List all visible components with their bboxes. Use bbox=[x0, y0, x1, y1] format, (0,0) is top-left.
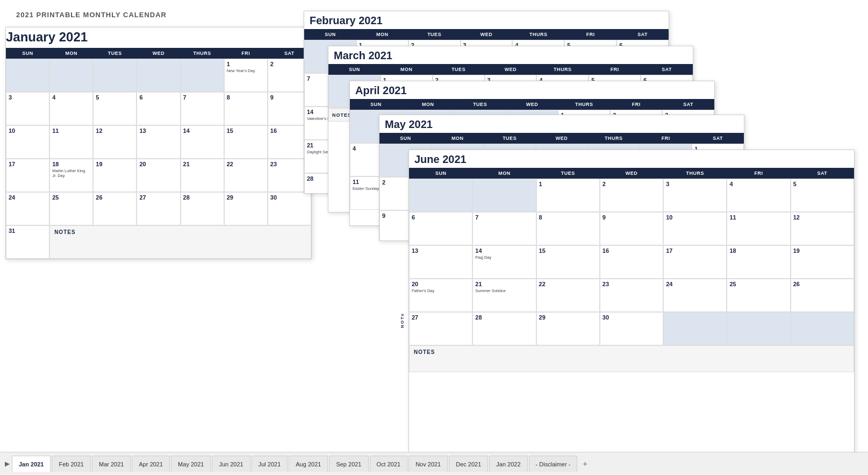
jan-cell-empty2 bbox=[49, 59, 93, 92]
jun-cell-13: 13 bbox=[409, 245, 472, 279]
jun-cell-5: 5 bbox=[791, 179, 854, 212]
jan-header-thurs: THURS bbox=[181, 48, 224, 59]
jan-cell-20: 20 bbox=[137, 159, 180, 192]
tab-disclaimer[interactable]: - Disclaimer - bbox=[529, 456, 578, 472]
jun-cell-10: 10 bbox=[663, 212, 727, 245]
jun-cell-29: 29 bbox=[536, 312, 600, 345]
jun-body: 1 2 3 4 5 6 7 8 9 10 11 12 13 14 Flag Da… bbox=[409, 179, 854, 372]
jun-cell-26: 26 bbox=[791, 279, 854, 312]
jan-header-fri: FRI bbox=[224, 48, 268, 59]
tab-may-2021[interactable]: May 2021 bbox=[171, 456, 211, 472]
tab-mar-2021[interactable]: Mar 2021 bbox=[92, 456, 131, 472]
jan-cell-empty5 bbox=[181, 59, 224, 92]
jun-header: SUN MON TUES WED THURS FRI SAT bbox=[409, 168, 854, 179]
jan-cell-31: 31 bbox=[6, 225, 49, 259]
tab-oct-2021[interactable]: Oct 2021 bbox=[370, 456, 408, 472]
jan-header-row: SUN MON TUES WED THURS FRI SAT bbox=[6, 48, 311, 59]
jun-cell-25: 25 bbox=[727, 279, 790, 312]
jan-body: 1 New Year's Day 2 3 4 5 6 7 8 9 10 11 1… bbox=[6, 59, 311, 259]
jun-cell-30: 30 bbox=[600, 312, 663, 345]
may-title: May 2021 bbox=[379, 115, 744, 133]
apr-header: SUN MON TUES WED THURS FRI SAT bbox=[350, 99, 714, 110]
jan-cell-1: 1 New Year's Day bbox=[224, 59, 268, 92]
tab-aug-2021[interactable]: Aug 2021 bbox=[289, 456, 328, 472]
jan-cell-4: 4 bbox=[49, 92, 93, 125]
tab-nov-2021[interactable]: Nov 2021 bbox=[408, 456, 448, 472]
jan-header-tues: TUES bbox=[93, 48, 137, 59]
jan-cell-22: 22 bbox=[224, 159, 268, 192]
jan-cell-8: 8 bbox=[224, 92, 268, 125]
january-title: January 2021 bbox=[6, 27, 311, 48]
jun-cell-16: 16 bbox=[600, 245, 663, 279]
tab-jul-2021[interactable]: Jul 2021 bbox=[252, 456, 288, 472]
jan-cell-empty3 bbox=[93, 59, 137, 92]
vertical-note-1: NOTe bbox=[397, 293, 407, 347]
jun-cell-27: 27 bbox=[409, 312, 472, 345]
jun-cell-21: 21 Summer Solstice bbox=[472, 279, 536, 312]
jun-cell-20: 20 Father's Day bbox=[409, 279, 472, 312]
jan-cell-13: 13 bbox=[137, 125, 180, 159]
jan-cell-25: 25 bbox=[49, 192, 93, 225]
jun-empty-end2 bbox=[727, 312, 790, 345]
jun-cell-12: 12 bbox=[791, 212, 854, 245]
tab-add-button[interactable]: + bbox=[578, 459, 591, 468]
jun-empty-end1 bbox=[663, 312, 727, 345]
jan-cell-18: 18 Martin Luther King Jr. Day bbox=[49, 159, 93, 192]
jan-cell-3: 3 bbox=[6, 92, 49, 125]
tab-prev-arrow[interactable]: ▶ bbox=[3, 460, 12, 467]
jan-cell-15: 15 bbox=[224, 125, 268, 159]
jun-empty1 bbox=[409, 179, 472, 212]
jun-cell-28: 28 bbox=[472, 312, 536, 345]
jun-cell-4: 4 bbox=[727, 179, 790, 212]
jun-cell-17: 17 bbox=[663, 245, 727, 279]
main-container: 2021 PRINTABLE MONTHLY CALENDAR January … bbox=[0, 0, 868, 452]
tab-bar: ▶ Jan 2021 Feb 2021 Mar 2021 Apr 2021 Ma… bbox=[0, 452, 868, 475]
jun-cell-19: 19 bbox=[791, 245, 854, 279]
jun-cell-9: 9 bbox=[600, 212, 663, 245]
february-title: February 2021 bbox=[304, 11, 669, 29]
jan-header-wed: WED bbox=[137, 48, 180, 59]
jan-cell-empty4 bbox=[137, 59, 180, 92]
jun-cell-2: 2 bbox=[600, 179, 663, 212]
jan-notes: NOTES bbox=[49, 225, 311, 259]
feb-header: SUN MON TUES WED THURS FRI SAT bbox=[304, 29, 669, 40]
jun-cell-6: 6 bbox=[409, 212, 472, 245]
june-title: June 2021 bbox=[409, 150, 854, 168]
jun-cell-14: 14 Flag Day bbox=[472, 245, 536, 279]
jan-cell-29: 29 bbox=[224, 192, 268, 225]
jan-cell-empty1 bbox=[6, 59, 49, 92]
tab-jan-2022[interactable]: Jan 2022 bbox=[489, 456, 527, 472]
jun-cell-11: 11 bbox=[727, 212, 790, 245]
jun-empty2 bbox=[472, 179, 536, 212]
tab-dec-2021[interactable]: Dec 2021 bbox=[449, 456, 488, 472]
tab-jan-2021[interactable]: Jan 2021 bbox=[12, 456, 51, 472]
tab-sep-2021[interactable]: Sep 2021 bbox=[329, 456, 368, 472]
tab-feb-2021[interactable]: Feb 2021 bbox=[52, 456, 90, 472]
jun-cell-8: 8 bbox=[536, 212, 600, 245]
jan-cell-17: 17 bbox=[6, 159, 49, 192]
january-calendar: January 2021 SUN MON TUES WED THURS FRI … bbox=[5, 27, 312, 259]
jan-cell-14: 14 bbox=[181, 125, 224, 159]
may-header: SUN MON TUES WED THURS FRI SAT bbox=[379, 133, 744, 144]
jun-empty-end3 bbox=[791, 312, 854, 345]
jan-cell-5: 5 bbox=[93, 92, 137, 125]
jan-cell-28: 28 bbox=[181, 192, 224, 225]
april-title: April 2021 bbox=[350, 81, 714, 99]
mar-header: SUN MON TUES WED THURS FRI SAT bbox=[328, 64, 693, 75]
jun-cell-22: 22 bbox=[536, 279, 600, 312]
june-calendar: June 2021 SUN MON TUES WED THURS FRI SAT… bbox=[408, 150, 855, 452]
jan-cell-12: 12 bbox=[93, 125, 137, 159]
jan-cell-10: 10 bbox=[6, 125, 49, 159]
march-title: March 2021 bbox=[328, 46, 693, 64]
tab-jun-2021[interactable]: Jun 2021 bbox=[212, 456, 250, 472]
jan-cell-6: 6 bbox=[137, 92, 180, 125]
jan-cell-30: 30 bbox=[268, 192, 311, 225]
jun-cell-15: 15 bbox=[536, 245, 600, 279]
jan-header-sun: SUN bbox=[6, 48, 49, 59]
jun-notes: NOTES bbox=[409, 345, 854, 372]
jun-cell-23: 23 bbox=[600, 279, 663, 312]
jun-cell-7: 7 bbox=[472, 212, 536, 245]
jan-header-mon: MON bbox=[49, 48, 93, 59]
jan-cell-24: 24 bbox=[6, 192, 49, 225]
tab-apr-2021[interactable]: Apr 2021 bbox=[132, 456, 170, 472]
